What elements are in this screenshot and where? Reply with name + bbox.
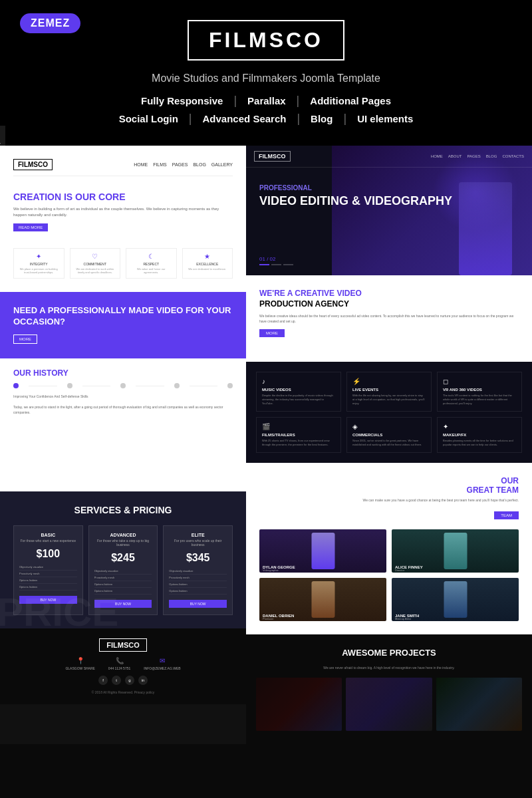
projects-section: AWESOME PROJECTS We are never afraid to … — [246, 634, 532, 744]
commercials-desc: Since 2001, we've strived to be great pa… — [352, 439, 426, 447]
history-desc: Today, we are proud to stand in the ligh… — [13, 404, 233, 415]
hero-slide-dots — [259, 264, 293, 265]
dark-nav-pages[interactable]: PAGES — [467, 154, 481, 158]
integrity-desc: We place a premium on building trust-bas… — [18, 267, 60, 274]
pricing-feature: Options listitem — [19, 579, 77, 584]
films-label: FILMS/TRAILERS — [262, 433, 335, 437]
vr-icon: ◻ — [443, 378, 516, 385]
agency-title-plain: WE'RE A — [259, 289, 293, 298]
team-info: OUR GREAT TEAM We can make sure you have… — [259, 476, 519, 519]
history-subtitle: Improving Your Confidence And Self-defen… — [13, 394, 233, 399]
team-title-plain: OUR — [259, 476, 519, 485]
pricing-elite-price: $345 — [169, 552, 227, 564]
music-videos-label: MUSIC VIDEOS — [262, 388, 335, 392]
hero-white-title: CREATION IS OUR CORE — [13, 191, 233, 203]
commitment-icon: ♡ — [74, 253, 116, 260]
feature-fully-responsive: Fully Responsive — [130, 95, 233, 106]
timeline — [13, 383, 233, 388]
services-grid: ♪ MUSIC VIDEOS Despite the decline in th… — [256, 372, 522, 453]
banner-more-btn[interactable]: MORE — [13, 334, 37, 344]
feature-advanced-search: Advanced Search — [192, 113, 297, 124]
live-events-desc: With the life not slowing being by, we s… — [352, 394, 426, 406]
pricing-feature: Objectively visualize — [169, 569, 227, 575]
scroll-arrow[interactable]: ❮ — [0, 126, 5, 166]
slide-dot-2[interactable] — [271, 264, 281, 265]
agency-desc: We believe creative ideas should be the … — [259, 313, 519, 324]
pricing-advanced-price: $245 — [94, 552, 152, 564]
footer-info-row: 📍 GLASGOW SHARE 📞 044 1124 5751 ✉ INFO@Z… — [65, 657, 180, 670]
pricing-bg-text: PRICE — [0, 589, 118, 628]
dark-hero-title: VIDEO EDITING & VIDEOGRAPHY — [259, 194, 519, 209]
footer-address-label: GLASGOW SHARE — [65, 666, 94, 670]
pricing-elite-btn[interactable]: BUY NOW — [169, 600, 227, 608]
nav-home[interactable]: HOME — [134, 162, 148, 167]
dark-nav-about[interactable]: ABOUT — [448, 154, 462, 158]
excellence-label: EXCELLENCE — [187, 262, 229, 266]
nav-films[interactable]: FILMS — [153, 162, 167, 167]
site-subtitle: Movie Studios and Filmmakers Joomla Temp… — [152, 72, 380, 84]
nav-blog[interactable]: BLOG — [193, 162, 205, 167]
linkedin-icon[interactable]: in — [138, 676, 148, 685]
pricing-basic-price: $100 — [19, 548, 77, 560]
pricing-advanced-title: ADVANCED — [94, 533, 152, 537]
films-icon: 🎬 — [262, 423, 335, 430]
team-btn[interactable]: TEAM — [494, 511, 519, 519]
agency-more-btn[interactable]: MORE — [259, 329, 285, 337]
timeline-line-4 — [190, 386, 218, 386]
footer-phone-label: 044 1124 5751 — [108, 666, 130, 670]
service-films: 🎬 FILMS/TRAILERS With 25 shorts and TV s… — [256, 417, 341, 453]
dark-nav-contacts[interactable]: CONTACTS — [502, 154, 524, 158]
dark-hero-pagination: 01 / 02 — [259, 256, 293, 265]
slide-dot-3[interactable] — [283, 264, 293, 265]
nav-pages[interactable]: PAGES — [172, 162, 188, 167]
project-thumb-1[interactable] — [256, 678, 342, 731]
timeline-line-3 — [136, 386, 164, 386]
nav-gallery[interactable]: GALLERY — [211, 162, 233, 167]
agency-title: WE'RE A CREATIVE VIDEO — [259, 289, 519, 299]
integrity-label: INTEGRITY — [18, 262, 60, 266]
team-member-role-4: Makeup Artist — [395, 617, 411, 620]
commercials-icon: ◈ — [352, 423, 426, 430]
pricing-title: SERVICES & PRICING — [13, 505, 233, 515]
dark-mini-nav-links: HOME ABOUT PAGES BLOG CONTACTS — [431, 154, 524, 158]
respect-desc: We value and honor our agreements. — [130, 267, 172, 274]
features-row-2: Social Login | Advanced Search | Blog | … — [108, 112, 424, 126]
pricing-feature: Proactively mesh — [19, 572, 77, 577]
total-pages: 02 — [270, 256, 276, 262]
pricing-feature: Objectively visualize — [19, 565, 77, 571]
hero-title-accent: IS OUR CORE — [64, 192, 126, 202]
mini-logo: FILMSCO — [13, 159, 53, 170]
facebook-icon[interactable]: f — [98, 676, 108, 685]
project-thumb-2[interactable] — [346, 678, 432, 731]
hero-read-more-btn[interactable]: READ MORE — [13, 223, 48, 231]
title-box: FILMSCO — [188, 20, 344, 61]
vr-videos-label: VR AND 360 VIDEOS — [443, 388, 516, 392]
pricing-feature: Options listitem — [94, 583, 152, 588]
excellence-desc: We are dedicated to excellence. — [187, 267, 229, 271]
pricing-elite-features: Objectively visualize Proactively mesh O… — [169, 569, 227, 595]
purple-banner-title: NEED A PROFESSIONALLY MADE VIDEO FOR YOU… — [13, 305, 233, 328]
commitment-label: COMMITMENT — [74, 262, 116, 266]
dark-nav-home[interactable]: HOME — [431, 154, 443, 158]
feature-ui-elements: UI elements — [346, 113, 424, 124]
icon-card-commitment: ♡ COMMITMENT We are dedicated to work wi… — [70, 248, 121, 279]
preview-area: ❮ FILMSCO HOME FILMS PAGES BLOG GALLERY … — [0, 146, 532, 744]
footer-copyright: © 2018 All Rights Reserved. Privacy poli… — [92, 690, 155, 694]
project-thumb-3[interactable] — [436, 678, 522, 731]
pricing-feature: Objectively visualize — [94, 569, 152, 575]
purple-banner-section: NEED A PROFESSIONALLY MADE VIDEO FOR YOU… — [0, 292, 246, 358]
services-section: ♪ MUSIC VIDEOS Despite the decline in th… — [246, 362, 532, 463]
service-vr-videos: ◻ VR AND 360 VIDEOS The tools VR content… — [437, 372, 522, 412]
makeup-icon: ✦ — [443, 423, 516, 430]
twitter-icon[interactable]: t — [112, 676, 121, 685]
slide-dot-1[interactable] — [259, 264, 269, 265]
icon-cards-row: ✦ INTEGRITY We place a premium on buildi… — [13, 248, 233, 285]
dark-nav-blog[interactable]: BLOG — [486, 154, 497, 158]
dark-hero-section: FILMSCO HOME ABOUT PAGES BLOG CONTACTS P… — [246, 146, 532, 275]
mini-navigation: FILMSCO HOME FILMS PAGES BLOG GALLERY — [13, 159, 233, 176]
agency-section: WE'RE A CREATIVE VIDEO PRODUCTION AGENCY… — [246, 275, 532, 362]
zemez-logo[interactable]: ZEMEZ — [20, 13, 80, 33]
music-videos-desc: Despite the decline in the popularity of… — [262, 394, 335, 406]
google-icon[interactable]: g — [125, 676, 134, 685]
service-commercials: ◈ COMMERCIALS Since 2001, we've strived … — [346, 417, 432, 453]
